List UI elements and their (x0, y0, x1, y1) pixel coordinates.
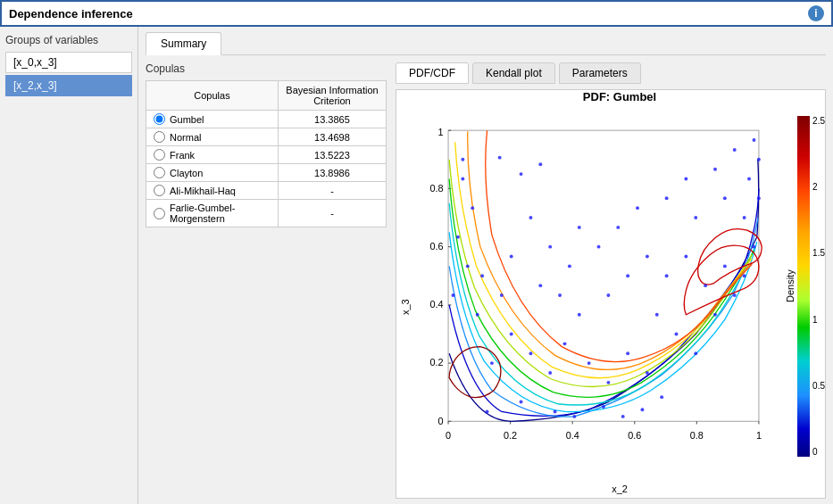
y-axis-label: x_3 (396, 90, 414, 498)
svg-point-45 (694, 351, 697, 355)
svg-point-25 (490, 361, 494, 365)
table-row[interactable]: Ali-Mikhail-Haq - (146, 182, 387, 200)
svg-text:0.2: 0.2 (504, 430, 517, 441)
svg-point-63 (757, 196, 761, 200)
radio-fgm[interactable] (154, 208, 165, 219)
svg-point-64 (466, 264, 470, 268)
svg-point-35 (606, 381, 610, 384)
svg-point-74 (548, 245, 552, 249)
sidebar: Groups of variables [x_0,x_3] [x_2,x_3] (0, 27, 138, 504)
svg-point-34 (587, 361, 591, 365)
svg-point-46 (713, 313, 717, 317)
radio-frank[interactable] (154, 149, 165, 161)
svg-point-50 (684, 255, 687, 259)
svg-point-62 (743, 274, 746, 277)
svg-point-82 (641, 408, 645, 411)
svg-point-40 (558, 293, 562, 297)
svg-point-84 (572, 415, 576, 418)
svg-text:1: 1 (756, 430, 762, 441)
tab-parameters[interactable]: Parameters (559, 62, 641, 84)
bic-normal: 13.4698 (278, 128, 386, 146)
x-axis-label: x_2 (414, 483, 825, 498)
svg-text:0.2: 0.2 (430, 357, 444, 368)
colorbar: Density 2.5 2 1.5 1 0.5 0 (783, 107, 825, 483)
svg-point-87 (461, 158, 464, 161)
table-row[interactable]: Clayton 13.8986 (146, 164, 387, 182)
svg-point-69 (452, 293, 455, 297)
copulas-section: Copulas Copulas Bayesian Information Cri… (146, 62, 826, 499)
radio-normal[interactable] (154, 131, 165, 143)
bic-gumbel: 13.3865 (278, 111, 386, 128)
svg-text:0.4: 0.4 (430, 299, 444, 310)
colorbar-tick-labels: 2.5 2 1.5 1 0.5 0 (810, 116, 825, 457)
plot-tabs: PDF/CDF Kendall plot Parameters (396, 62, 826, 84)
svg-point-52 (646, 255, 649, 259)
colorbar-gradient (797, 116, 810, 457)
tab-pdfcdf[interactable]: PDF/CDF (396, 62, 469, 84)
svg-point-78 (665, 196, 669, 200)
svg-text:0.8: 0.8 (690, 430, 704, 441)
svg-point-80 (602, 405, 605, 409)
content-area: Summary Copulas Copulas Bayesian Informa… (138, 27, 833, 504)
chart-title: PDF: Gumbel (414, 90, 825, 103)
svg-text:0.4: 0.4 (566, 430, 579, 441)
svg-point-30 (500, 293, 504, 297)
svg-point-67 (461, 178, 464, 181)
chart-svg: 0 0.2 0.4 0.6 0.8 1 (414, 107, 783, 483)
svg-point-38 (646, 371, 649, 375)
radio-gumbel[interactable] (154, 113, 165, 125)
svg-point-49 (704, 284, 707, 287)
svg-point-76 (510, 255, 513, 259)
window-title: Dependence inference (9, 7, 133, 21)
copulas-table: Copulas Bayesian Information Criterion (146, 80, 387, 227)
svg-text:0.6: 0.6 (628, 430, 641, 441)
svg-point-31 (563, 342, 567, 345)
svg-point-88 (520, 172, 523, 176)
svg-point-83 (660, 395, 663, 399)
svg-point-55 (743, 216, 746, 219)
svg-point-57 (757, 158, 761, 161)
bic-frank: 13.5223 (278, 146, 386, 164)
tab-kendall[interactable]: Kendall plot (472, 62, 555, 84)
svg-point-56 (747, 178, 751, 181)
sidebar-item-x2x3[interactable]: [x_2,x_3] (5, 75, 132, 96)
table-row[interactable]: Gumbel 13.3865 (146, 111, 387, 128)
svg-point-54 (753, 245, 756, 249)
copulas-panel: Copulas Copulas Bayesian Information Cri… (146, 62, 387, 499)
svg-text:1: 1 (438, 127, 444, 137)
svg-point-59 (733, 148, 737, 152)
tab-summary[interactable]: Summary (146, 32, 221, 55)
title-bar: Dependence inference i (0, 0, 833, 27)
svg-point-44 (675, 333, 679, 336)
svg-point-60 (713, 168, 717, 171)
tab-bar: Summary (146, 32, 826, 55)
svg-point-85 (554, 409, 557, 413)
svg-point-89 (538, 162, 542, 166)
svg-point-26 (510, 333, 513, 336)
svg-point-47 (733, 293, 737, 297)
sidebar-item-x0x3[interactable]: [x_0,x_3] (5, 52, 132, 73)
chart-container: x_3 PDF: Gumbel 0 0.2 0.4 (396, 89, 826, 499)
svg-point-32 (520, 401, 523, 404)
radio-clayton[interactable] (154, 167, 165, 178)
svg-point-42 (606, 293, 610, 297)
svg-point-48 (723, 264, 727, 268)
svg-point-72 (636, 206, 639, 210)
svg-text:0: 0 (446, 430, 451, 441)
svg-point-58 (753, 138, 756, 142)
table-row[interactable]: Frank 13.5223 (146, 146, 387, 164)
bic-fgm: - (278, 200, 386, 227)
table-row[interactable]: Farlie-Gumbel-Morgenstern - (146, 200, 387, 227)
groups-label: Groups of variables (5, 34, 132, 46)
svg-point-51 (665, 274, 669, 277)
radio-amh[interactable] (154, 185, 165, 196)
svg-point-27 (529, 351, 532, 355)
table-row[interactable]: Normal 13.4698 (146, 128, 387, 146)
svg-point-81 (621, 415, 625, 418)
svg-point-37 (626, 351, 629, 355)
svg-point-77 (684, 178, 687, 181)
svg-text:0: 0 (438, 416, 444, 426)
svg-text:0.6: 0.6 (430, 241, 444, 252)
info-icon[interactable]: i (808, 5, 824, 21)
svg-point-65 (456, 235, 460, 239)
